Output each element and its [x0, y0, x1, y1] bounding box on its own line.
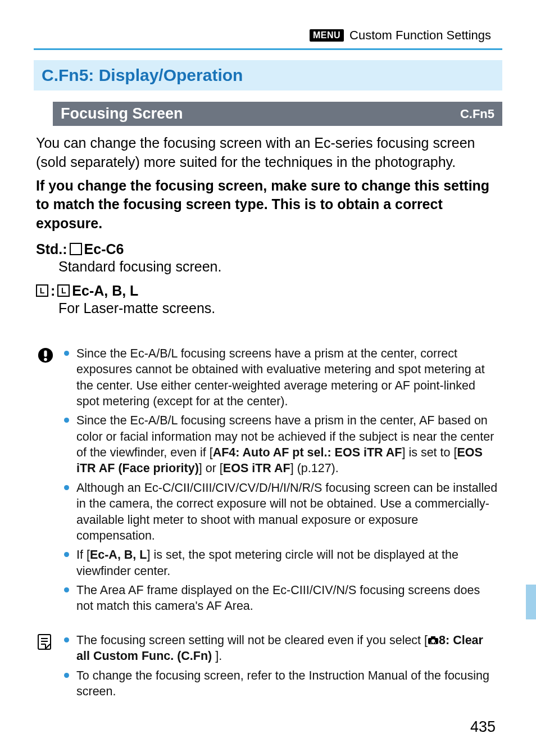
svg-point-2 — [44, 357, 47, 361]
page-number: 435 — [470, 718, 496, 736]
caution-list: Since the Ec-A/B/L focusing screens have… — [63, 346, 499, 614]
subsection-code: C.Fn5 — [452, 102, 502, 126]
header-divider — [34, 48, 502, 50]
intro-paragraph-1: You can change the focusing screen with … — [36, 134, 500, 172]
svg-point-11 — [430, 642, 431, 644]
note-page-icon — [37, 633, 52, 650]
caution-item: Although an Ec-C/CII/CIII/CIV/CV/D/H/I/N… — [63, 480, 499, 544]
option-a-description: Standard focusing screen. — [58, 259, 500, 275]
option-b-separator: : — [51, 283, 55, 299]
camera-menu-icon — [428, 636, 439, 645]
info-block: The focusing screen setting will not be … — [34, 632, 502, 703]
section-title: C.Fn5: Display/Operation — [34, 60, 502, 90]
screen-glyph-l-icon: L — [36, 284, 48, 297]
option-a-prefix: Std.: — [36, 241, 67, 257]
option-a-label: Ec-C6 — [84, 241, 124, 257]
svg-rect-8 — [431, 636, 435, 639]
svg-point-12 — [435, 642, 436, 644]
subsection-header: Focusing Screen C.Fn5 — [34, 102, 502, 126]
caution-icon — [37, 347, 54, 364]
screen-glyph-l2-icon: L — [57, 284, 70, 297]
info-list: The focusing screen setting will not be … — [63, 632, 499, 700]
caution-block: Since the Ec-A/B/L focusing screens have… — [34, 346, 502, 618]
info-1-pre: The focusing screen setting will not be … — [76, 633, 428, 647]
svg-rect-1 — [44, 350, 47, 356]
option-b-label: Ec-A, B, L — [72, 283, 138, 299]
option-a-title: Std.: Ec-C6 — [36, 241, 500, 257]
breadcrumb-text: Custom Function Settings — [349, 28, 491, 43]
info-1-post: ]. — [215, 649, 222, 663]
subsection-indent — [34, 102, 53, 126]
caution-item: Since the Ec-A/B/L focusing screens have… — [63, 413, 499, 477]
option-b-description: For Laser-matte screens. — [58, 300, 500, 316]
caution-item: The Area AF frame displayed on the Ec-CI… — [63, 582, 499, 614]
section-side-tab — [526, 585, 536, 619]
menu-icon: MENU — [310, 29, 344, 42]
caution-item: If [Ec-A, B, L] is set, the spot meterin… — [63, 547, 499, 579]
screen-glyph-icon — [70, 243, 82, 255]
caution-item: Since the Ec-A/B/L focusing screens have… — [63, 346, 499, 410]
header-breadcrumb: MENU Custom Function Settings — [34, 28, 502, 43]
info-item-1: The focusing screen setting will not be … — [63, 632, 499, 664]
manual-page: MENU Custom Function Settings C.Fn5: Dis… — [0, 0, 536, 756]
subsection-title: Focusing Screen — [53, 102, 452, 126]
option-b-title: L : L Ec-A, B, L — [36, 283, 500, 299]
info-item-2: To change the focusing screen, refer to … — [63, 668, 499, 700]
intro-paragraph-2-bold: If you change the focusing screen, make … — [36, 176, 500, 233]
svg-point-10 — [433, 642, 434, 644]
svg-point-9 — [431, 639, 435, 642]
